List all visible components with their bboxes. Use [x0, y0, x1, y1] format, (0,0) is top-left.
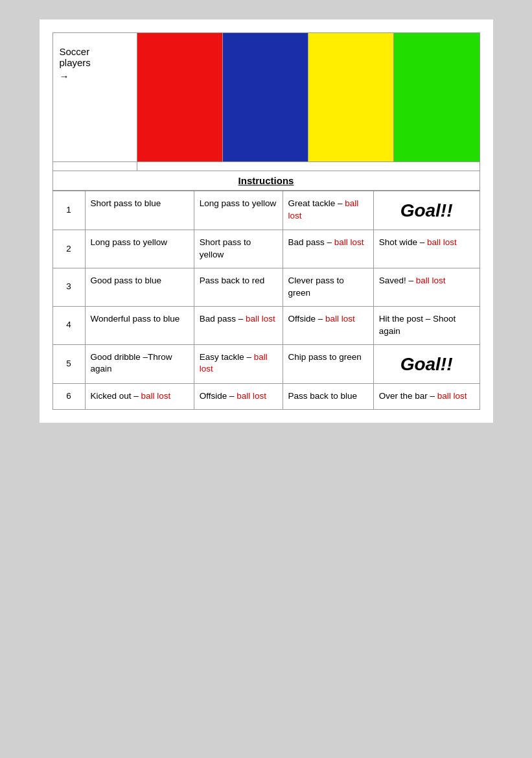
row-number: 5	[52, 344, 85, 383]
table-row: 2Long pass to yellowShort pass to yellow…	[52, 230, 480, 268]
row-number: 2	[52, 230, 85, 268]
cell-row1-col3: Great tackle – ball lost	[283, 191, 373, 230]
game-table: 1Short pass to blueLong pass to yellowGr…	[52, 191, 480, 410]
cell-row6-col4: Over the bar – ball lost	[373, 383, 480, 409]
soccer-players-text: Soccerplayers	[60, 46, 130, 68]
cell-row3-col3: Clever pass to green	[283, 268, 373, 306]
red-column-header	[137, 33, 223, 161]
blue-column-header	[223, 33, 308, 161]
instructions-heading: Instructions	[52, 171, 480, 191]
cell-row5-col3: Chip pass to green	[283, 344, 373, 383]
table-row: 4Wonderful pass to blueBad pass – ball l…	[52, 306, 480, 344]
cell-row2-col1: Long pass to yellow	[85, 230, 194, 268]
cell-row3-col1: Good pass to blue	[85, 268, 194, 306]
row-number: 6	[52, 383, 85, 409]
yellow-column-header	[308, 33, 394, 161]
table-row: 5Good dribble –Throw againEasy tackle – …	[52, 344, 480, 383]
divider-label	[53, 162, 137, 171]
cell-row4-col4: Hit the post – Shoot again	[373, 306, 480, 344]
divider-row	[52, 162, 480, 171]
cell-row1-col2: Long pass to yellow	[194, 191, 283, 230]
cell-row6-col2: Offside – ball lost	[194, 383, 283, 409]
cell-row4-col1: Wonderful pass to blue	[85, 306, 194, 344]
cell-row2-col4: Shot wide – ball lost	[373, 230, 480, 268]
cell-row5-col2: Easy tackle – ball lost	[194, 344, 283, 383]
cell-row4-col2: Bad pass – ball lost	[194, 306, 283, 344]
cell-row1-col1: Short pass to blue	[85, 191, 194, 230]
cell-row2-col3: Bad pass – ball lost	[283, 230, 373, 268]
page: Soccerplayers → Instructions 1Short pass…	[40, 19, 493, 423]
cell-row2-col2: Short pass to yellow	[194, 230, 283, 268]
cell-row6-col3: Pass back to blue	[283, 383, 373, 409]
row-number: 1	[52, 191, 85, 230]
cell-row1-col4: Goal!!	[373, 191, 480, 230]
cell-row5-col1: Good dribble –Throw again	[85, 344, 194, 383]
row-number: 3	[52, 268, 85, 306]
row-number: 4	[52, 306, 85, 344]
cell-row4-col3: Offside – ball lost	[283, 306, 373, 344]
header-label: Soccerplayers →	[53, 33, 137, 161]
color-header: Soccerplayers →	[52, 32, 480, 162]
cell-row6-col1: Kicked out – ball lost	[85, 383, 194, 409]
table-row: 3Good pass to bluePass back to redClever…	[52, 268, 480, 306]
table-row: 6Kicked out – ball lostOffside – ball lo…	[52, 383, 480, 409]
green-column-header	[394, 33, 479, 161]
divider-area	[137, 162, 480, 171]
cell-row3-col2: Pass back to red	[194, 268, 283, 306]
cell-row3-col4: Saved! – ball lost	[373, 268, 480, 306]
table-row: 1Short pass to blueLong pass to yellowGr…	[52, 191, 480, 230]
arrow-icon: →	[60, 71, 130, 82]
cell-row5-col4: Goal!!	[373, 344, 480, 383]
